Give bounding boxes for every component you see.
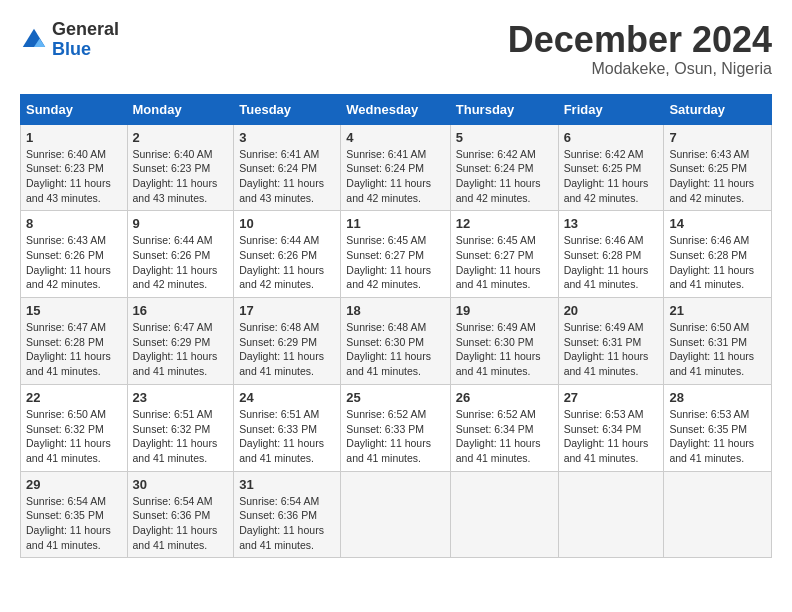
day-number: 25 [346,390,444,405]
calendar-cell: 11 Sunrise: 6:45 AM Sunset: 6:27 PM Dayl… [341,211,450,298]
day-number: 4 [346,130,444,145]
calendar-cell: 20 Sunrise: 6:49 AM Sunset: 6:31 PM Dayl… [558,298,664,385]
calendar-cell: 6 Sunrise: 6:42 AM Sunset: 6:25 PM Dayli… [558,124,664,211]
day-number: 15 [26,303,122,318]
logo: General Blue [20,20,119,60]
day-number: 13 [564,216,659,231]
day-info: Sunrise: 6:50 AM Sunset: 6:31 PM Dayligh… [669,320,766,379]
day-number: 3 [239,130,335,145]
calendar-cell: 27 Sunrise: 6:53 AM Sunset: 6:34 PM Dayl… [558,384,664,471]
day-info: Sunrise: 6:48 AM Sunset: 6:30 PM Dayligh… [346,320,444,379]
calendar-cell: 30 Sunrise: 6:54 AM Sunset: 6:36 PM Dayl… [127,471,234,558]
logo-icon [20,26,48,54]
calendar-cell: 17 Sunrise: 6:48 AM Sunset: 6:29 PM Dayl… [234,298,341,385]
calendar-header-row: Sunday Monday Tuesday Wednesday Thursday… [21,94,772,124]
calendar-cell: 15 Sunrise: 6:47 AM Sunset: 6:28 PM Dayl… [21,298,128,385]
day-number: 1 [26,130,122,145]
calendar-cell: 24 Sunrise: 6:51 AM Sunset: 6:33 PM Dayl… [234,384,341,471]
calendar-week-1: 1 Sunrise: 6:40 AM Sunset: 6:23 PM Dayli… [21,124,772,211]
calendar-cell: 23 Sunrise: 6:51 AM Sunset: 6:32 PM Dayl… [127,384,234,471]
header-saturday: Saturday [664,94,772,124]
day-info: Sunrise: 6:40 AM Sunset: 6:23 PM Dayligh… [133,147,229,206]
day-number: 8 [26,216,122,231]
calendar-week-5: 29 Sunrise: 6:54 AM Sunset: 6:35 PM Dayl… [21,471,772,558]
day-info: Sunrise: 6:47 AM Sunset: 6:29 PM Dayligh… [133,320,229,379]
calendar-cell: 25 Sunrise: 6:52 AM Sunset: 6:33 PM Dayl… [341,384,450,471]
day-info: Sunrise: 6:46 AM Sunset: 6:28 PM Dayligh… [564,233,659,292]
day-info: Sunrise: 6:54 AM Sunset: 6:36 PM Dayligh… [133,494,229,553]
location: Modakeke, Osun, Nigeria [508,60,772,78]
day-info: Sunrise: 6:44 AM Sunset: 6:26 PM Dayligh… [239,233,335,292]
calendar-cell [558,471,664,558]
logo-blue-text: Blue [52,39,91,59]
day-info: Sunrise: 6:40 AM Sunset: 6:23 PM Dayligh… [26,147,122,206]
header-sunday: Sunday [21,94,128,124]
day-info: Sunrise: 6:46 AM Sunset: 6:28 PM Dayligh… [669,233,766,292]
day-info: Sunrise: 6:51 AM Sunset: 6:32 PM Dayligh… [133,407,229,466]
day-number: 27 [564,390,659,405]
calendar-cell: 9 Sunrise: 6:44 AM Sunset: 6:26 PM Dayli… [127,211,234,298]
header-wednesday: Wednesday [341,94,450,124]
header-friday: Friday [558,94,664,124]
calendar-cell: 19 Sunrise: 6:49 AM Sunset: 6:30 PM Dayl… [450,298,558,385]
calendar-cell: 5 Sunrise: 6:42 AM Sunset: 6:24 PM Dayli… [450,124,558,211]
day-number: 20 [564,303,659,318]
day-info: Sunrise: 6:45 AM Sunset: 6:27 PM Dayligh… [346,233,444,292]
day-number: 14 [669,216,766,231]
day-number: 30 [133,477,229,492]
day-number: 17 [239,303,335,318]
calendar-cell: 29 Sunrise: 6:54 AM Sunset: 6:35 PM Dayl… [21,471,128,558]
calendar-table: Sunday Monday Tuesday Wednesday Thursday… [20,94,772,559]
calendar-cell: 4 Sunrise: 6:41 AM Sunset: 6:24 PM Dayli… [341,124,450,211]
day-info: Sunrise: 6:52 AM Sunset: 6:33 PM Dayligh… [346,407,444,466]
day-number: 29 [26,477,122,492]
logo-general-text: General [52,19,119,39]
day-number: 21 [669,303,766,318]
day-info: Sunrise: 6:42 AM Sunset: 6:24 PM Dayligh… [456,147,553,206]
calendar-cell [664,471,772,558]
header-tuesday: Tuesday [234,94,341,124]
calendar-cell: 18 Sunrise: 6:48 AM Sunset: 6:30 PM Dayl… [341,298,450,385]
day-info: Sunrise: 6:53 AM Sunset: 6:35 PM Dayligh… [669,407,766,466]
day-info: Sunrise: 6:42 AM Sunset: 6:25 PM Dayligh… [564,147,659,206]
calendar-cell: 10 Sunrise: 6:44 AM Sunset: 6:26 PM Dayl… [234,211,341,298]
day-number: 11 [346,216,444,231]
day-info: Sunrise: 6:43 AM Sunset: 6:25 PM Dayligh… [669,147,766,206]
calendar-cell: 3 Sunrise: 6:41 AM Sunset: 6:24 PM Dayli… [234,124,341,211]
day-number: 2 [133,130,229,145]
day-info: Sunrise: 6:49 AM Sunset: 6:31 PM Dayligh… [564,320,659,379]
calendar-week-2: 8 Sunrise: 6:43 AM Sunset: 6:26 PM Dayli… [21,211,772,298]
day-number: 24 [239,390,335,405]
day-info: Sunrise: 6:47 AM Sunset: 6:28 PM Dayligh… [26,320,122,379]
header-monday: Monday [127,94,234,124]
day-number: 31 [239,477,335,492]
calendar-cell [450,471,558,558]
day-number: 12 [456,216,553,231]
day-info: Sunrise: 6:48 AM Sunset: 6:29 PM Dayligh… [239,320,335,379]
calendar-cell: 31 Sunrise: 6:54 AM Sunset: 6:36 PM Dayl… [234,471,341,558]
day-number: 6 [564,130,659,145]
calendar-week-3: 15 Sunrise: 6:47 AM Sunset: 6:28 PM Dayl… [21,298,772,385]
day-number: 19 [456,303,553,318]
calendar-cell: 12 Sunrise: 6:45 AM Sunset: 6:27 PM Dayl… [450,211,558,298]
day-number: 10 [239,216,335,231]
title-section: December 2024 Modakeke, Osun, Nigeria [508,20,772,78]
month-title: December 2024 [508,20,772,60]
day-number: 18 [346,303,444,318]
day-number: 16 [133,303,229,318]
calendar-cell: 8 Sunrise: 6:43 AM Sunset: 6:26 PM Dayli… [21,211,128,298]
day-info: Sunrise: 6:54 AM Sunset: 6:36 PM Dayligh… [239,494,335,553]
day-info: Sunrise: 6:51 AM Sunset: 6:33 PM Dayligh… [239,407,335,466]
day-info: Sunrise: 6:41 AM Sunset: 6:24 PM Dayligh… [346,147,444,206]
day-info: Sunrise: 6:54 AM Sunset: 6:35 PM Dayligh… [26,494,122,553]
calendar-cell: 7 Sunrise: 6:43 AM Sunset: 6:25 PM Dayli… [664,124,772,211]
day-number: 9 [133,216,229,231]
day-info: Sunrise: 6:44 AM Sunset: 6:26 PM Dayligh… [133,233,229,292]
day-number: 5 [456,130,553,145]
page-header: General Blue December 2024 Modakeke, Osu… [20,20,772,78]
day-info: Sunrise: 6:50 AM Sunset: 6:32 PM Dayligh… [26,407,122,466]
header-thursday: Thursday [450,94,558,124]
day-info: Sunrise: 6:45 AM Sunset: 6:27 PM Dayligh… [456,233,553,292]
day-number: 26 [456,390,553,405]
calendar-cell: 21 Sunrise: 6:50 AM Sunset: 6:31 PM Dayl… [664,298,772,385]
